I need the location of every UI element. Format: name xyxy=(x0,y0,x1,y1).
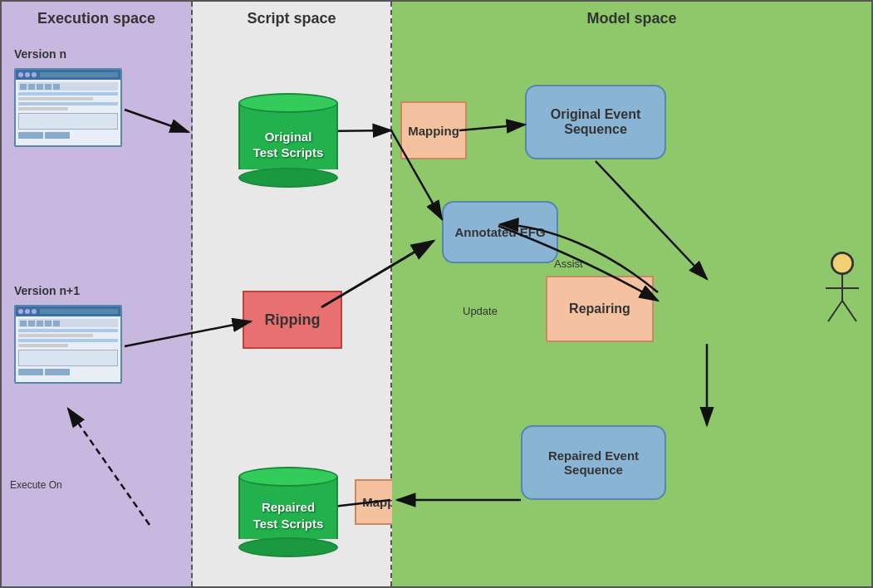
repaired-scripts-db: RepairedTest Scripts xyxy=(238,467,338,557)
model-space-label: Model space xyxy=(392,2,871,27)
original-scripts-db: OriginalTest Scripts xyxy=(238,93,338,188)
version-n1-label: Version n+1 xyxy=(14,284,80,297)
execution-space-label: Execution space xyxy=(2,2,191,27)
svg-line-3 xyxy=(828,301,842,321)
original-event-seq-box: Original Event Sequence xyxy=(525,85,666,159)
execution-space: Execution space Version n xyxy=(2,2,193,586)
version-n-label: Version n xyxy=(14,47,66,61)
update-label: Update xyxy=(463,305,498,317)
ripping-box: Ripping xyxy=(243,291,342,349)
stick-figure xyxy=(822,251,863,326)
repairing-box: Repairing xyxy=(546,276,654,342)
repaired-event-seq-box: Repaired Event Sequence xyxy=(521,425,666,500)
mapping-top-box: Mapping xyxy=(400,101,467,159)
diagram-container: Execution space Version n xyxy=(0,0,873,588)
model-space: Model space Mapping Original Event Seque… xyxy=(392,2,871,586)
execute-on-label: Execute On xyxy=(10,479,62,491)
svg-line-4 xyxy=(842,301,856,321)
script-space: Script space OriginalTest Scripts Rippin… xyxy=(193,2,392,586)
script-space-label: Script space xyxy=(193,2,390,27)
screen-mockup-v2 xyxy=(14,305,122,384)
annotated-efg-box: Annotated EFG xyxy=(442,201,558,263)
assist-label: Assist xyxy=(554,257,583,270)
screen-mockup-v1 xyxy=(14,68,122,147)
svg-point-0 xyxy=(831,252,853,274)
